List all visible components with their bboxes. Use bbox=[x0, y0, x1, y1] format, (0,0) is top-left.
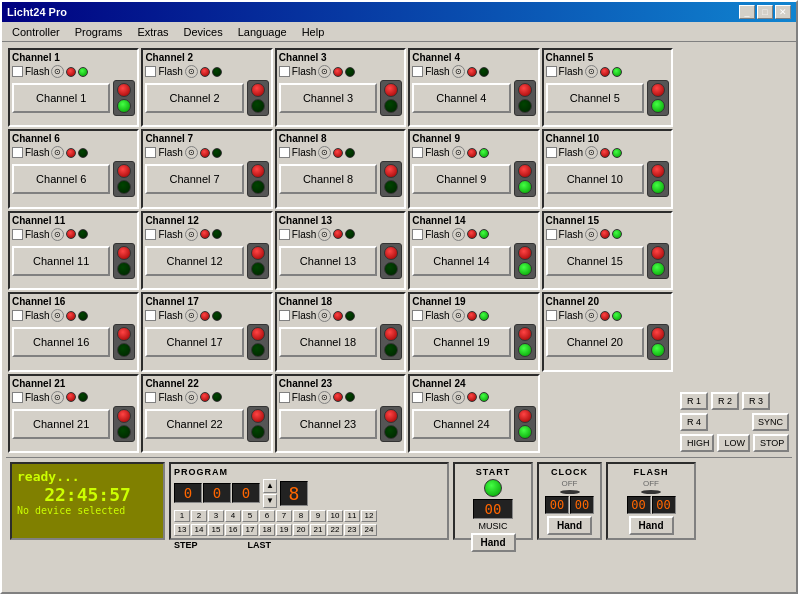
channel-clock-icon-15[interactable]: ⊙ bbox=[585, 228, 598, 241]
channel-checkbox-9[interactable] bbox=[412, 147, 423, 158]
channel-button-23[interactable]: Channel 23 bbox=[279, 409, 377, 439]
channel-checkbox-13[interactable] bbox=[279, 229, 290, 240]
channel-clock-icon-9[interactable]: ⊙ bbox=[452, 146, 465, 159]
channel-checkbox-20[interactable] bbox=[546, 310, 557, 321]
prog-btn-2[interactable]: 2 bbox=[191, 510, 207, 522]
channel-clock-icon-5[interactable]: ⊙ bbox=[585, 65, 598, 78]
channel-button-9[interactable]: Channel 9 bbox=[412, 164, 510, 194]
menu-language[interactable]: Language bbox=[233, 25, 292, 39]
channel-clock-icon-24[interactable]: ⊙ bbox=[452, 391, 465, 404]
channel-clock-icon-13[interactable]: ⊙ bbox=[318, 228, 331, 241]
channel-checkbox-16[interactable] bbox=[12, 310, 23, 321]
channel-clock-icon-21[interactable]: ⊙ bbox=[51, 391, 64, 404]
channel-button-12[interactable]: Channel 12 bbox=[145, 246, 243, 276]
program-down-button[interactable]: ▼ bbox=[263, 494, 277, 508]
channel-checkbox-8[interactable] bbox=[279, 147, 290, 158]
channel-checkbox-10[interactable] bbox=[546, 147, 557, 158]
channel-clock-icon-11[interactable]: ⊙ bbox=[51, 228, 64, 241]
channel-clock-icon-10[interactable]: ⊙ bbox=[585, 146, 598, 159]
channel-button-2[interactable]: Channel 2 bbox=[145, 83, 243, 113]
channel-checkbox-19[interactable] bbox=[412, 310, 423, 321]
channel-button-21[interactable]: Channel 21 bbox=[12, 409, 110, 439]
prog-btn-19[interactable]: 19 bbox=[276, 524, 292, 536]
channel-clock-icon-1[interactable]: ⊙ bbox=[51, 65, 64, 78]
sync-button[interactable]: SYNC bbox=[752, 413, 789, 431]
close-button[interactable]: ✕ bbox=[775, 5, 791, 19]
channel-button-19[interactable]: Channel 19 bbox=[412, 327, 510, 357]
prog-btn-18[interactable]: 18 bbox=[259, 524, 275, 536]
channel-checkbox-12[interactable] bbox=[145, 229, 156, 240]
menu-devices[interactable]: Devices bbox=[179, 25, 228, 39]
channel-clock-icon-14[interactable]: ⊙ bbox=[452, 228, 465, 241]
channel-button-15[interactable]: Channel 15 bbox=[546, 246, 644, 276]
channel-clock-icon-17[interactable]: ⊙ bbox=[185, 309, 198, 322]
prog-btn-1[interactable]: 1 bbox=[174, 510, 190, 522]
menu-controller[interactable]: Controller bbox=[7, 25, 65, 39]
prog-btn-16[interactable]: 16 bbox=[225, 524, 241, 536]
channel-clock-icon-22[interactable]: ⊙ bbox=[185, 391, 198, 404]
low-button[interactable]: LOW bbox=[717, 434, 750, 452]
high-button[interactable]: HIGH bbox=[680, 434, 714, 452]
channel-checkbox-18[interactable] bbox=[279, 310, 290, 321]
hand-button-1[interactable]: Hand bbox=[471, 533, 516, 552]
channel-button-16[interactable]: Channel 16 bbox=[12, 327, 110, 357]
channel-button-22[interactable]: Channel 22 bbox=[145, 409, 243, 439]
maximize-button[interactable]: □ bbox=[757, 5, 773, 19]
channel-clock-icon-7[interactable]: ⊙ bbox=[185, 146, 198, 159]
prog-btn-7[interactable]: 7 bbox=[276, 510, 292, 522]
channel-checkbox-6[interactable] bbox=[12, 147, 23, 158]
program-up-button[interactable]: ▲ bbox=[263, 479, 277, 493]
prog-btn-8[interactable]: 8 bbox=[293, 510, 309, 522]
minimize-button[interactable]: _ bbox=[739, 5, 755, 19]
channel-clock-icon-12[interactable]: ⊙ bbox=[185, 228, 198, 241]
channel-clock-icon-19[interactable]: ⊙ bbox=[452, 309, 465, 322]
channel-button-5[interactable]: Channel 5 bbox=[546, 83, 644, 113]
channel-button-8[interactable]: Channel 8 bbox=[279, 164, 377, 194]
prog-btn-6[interactable]: 6 bbox=[259, 510, 275, 522]
channel-checkbox-1[interactable] bbox=[12, 66, 23, 77]
prog-btn-10[interactable]: 10 bbox=[327, 510, 343, 522]
channel-clock-icon-8[interactable]: ⊙ bbox=[318, 146, 331, 159]
hand-button-3[interactable]: Hand bbox=[629, 516, 674, 535]
flash-knob[interactable] bbox=[641, 490, 661, 494]
channel-checkbox-7[interactable] bbox=[145, 147, 156, 158]
channel-clock-icon-23[interactable]: ⊙ bbox=[318, 391, 331, 404]
channel-button-4[interactable]: Channel 4 bbox=[412, 83, 510, 113]
r4-button[interactable]: R 4 bbox=[680, 413, 708, 431]
prog-btn-20[interactable]: 20 bbox=[293, 524, 309, 536]
channel-button-11[interactable]: Channel 11 bbox=[12, 246, 110, 276]
channel-button-7[interactable]: Channel 7 bbox=[145, 164, 243, 194]
prog-btn-5[interactable]: 5 bbox=[242, 510, 258, 522]
channel-button-3[interactable]: Channel 3 bbox=[279, 83, 377, 113]
channel-button-20[interactable]: Channel 20 bbox=[546, 327, 644, 357]
channel-button-17[interactable]: Channel 17 bbox=[145, 327, 243, 357]
menu-extras[interactable]: Extras bbox=[132, 25, 173, 39]
prog-btn-24[interactable]: 24 bbox=[361, 524, 377, 536]
prog-btn-14[interactable]: 14 bbox=[191, 524, 207, 536]
channel-checkbox-5[interactable] bbox=[546, 66, 557, 77]
menu-help[interactable]: Help bbox=[297, 25, 330, 39]
channel-checkbox-14[interactable] bbox=[412, 229, 423, 240]
channel-checkbox-21[interactable] bbox=[12, 392, 23, 403]
prog-btn-23[interactable]: 23 bbox=[344, 524, 360, 536]
channel-clock-icon-4[interactable]: ⊙ bbox=[452, 65, 465, 78]
channel-checkbox-22[interactable] bbox=[145, 392, 156, 403]
channel-checkbox-4[interactable] bbox=[412, 66, 423, 77]
stop-button[interactable]: STOP bbox=[753, 434, 789, 452]
channel-clock-icon-16[interactable]: ⊙ bbox=[51, 309, 64, 322]
channel-checkbox-11[interactable] bbox=[12, 229, 23, 240]
r2-button[interactable]: R 2 bbox=[711, 392, 739, 410]
prog-btn-11[interactable]: 11 bbox=[344, 510, 360, 522]
channel-checkbox-17[interactable] bbox=[145, 310, 156, 321]
channel-button-1[interactable]: Channel 1 bbox=[12, 83, 110, 113]
menu-programs[interactable]: Programs bbox=[70, 25, 128, 39]
channel-clock-icon-18[interactable]: ⊙ bbox=[318, 309, 331, 322]
clock-knob[interactable] bbox=[560, 490, 580, 494]
channel-button-10[interactable]: Channel 10 bbox=[546, 164, 644, 194]
prog-btn-4[interactable]: 4 bbox=[225, 510, 241, 522]
channel-clock-icon-2[interactable]: ⊙ bbox=[185, 65, 198, 78]
channel-checkbox-23[interactable] bbox=[279, 392, 290, 403]
prog-btn-9[interactable]: 9 bbox=[310, 510, 326, 522]
channel-checkbox-3[interactable] bbox=[279, 66, 290, 77]
channel-clock-icon-6[interactable]: ⊙ bbox=[51, 146, 64, 159]
